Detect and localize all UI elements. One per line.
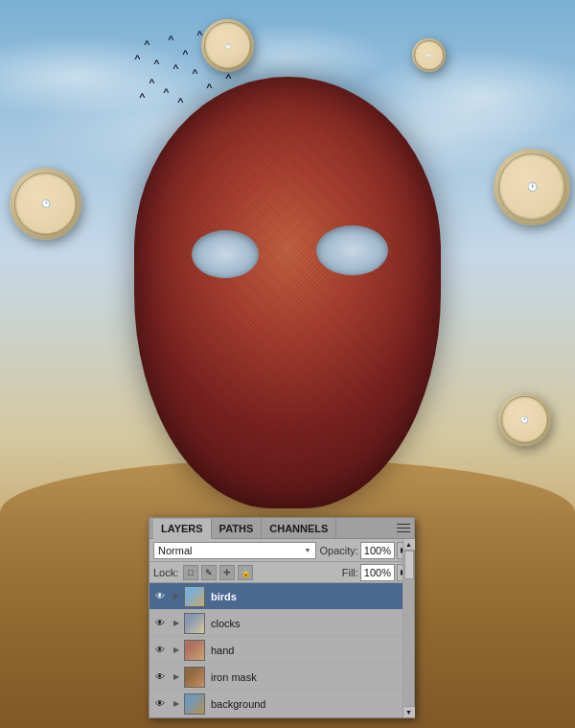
- scroll-track[interactable]: [404, 551, 414, 706]
- visibility-hand[interactable]: 👁: [151, 642, 169, 659]
- opacity-value[interactable]: 100%: [360, 542, 395, 559]
- layer-name-ironmask: iron mask: [207, 671, 412, 683]
- bird: ∧: [191, 67, 199, 76]
- expand-birds[interactable]: ▶: [171, 588, 182, 605]
- lock-label: Lock:: [153, 567, 178, 578]
- clock-face: 🕐: [416, 42, 443, 69]
- tab-layers[interactable]: LAYERS: [153, 519, 212, 539]
- layer-row-birds[interactable]: 👁 ▶ birds: [150, 583, 414, 610]
- tab-channels[interactable]: CHANNELS: [262, 518, 336, 538]
- scroll-down-button[interactable]: ▼: [403, 706, 415, 717]
- bird: ∧: [152, 58, 161, 66]
- clock-left: 🕐: [10, 168, 81, 240]
- layer-row-background[interactable]: 👁 ▶ background: [150, 691, 414, 717]
- clock-face: 🕐: [17, 176, 75, 233]
- fill-section: Fill: 100% ▶: [342, 564, 410, 581]
- bird: ∧: [133, 53, 142, 61]
- visibility-birds[interactable]: 👁: [151, 588, 169, 605]
- layer-row-ironmask[interactable]: 👁 ▶ iron mask: [150, 664, 414, 691]
- expand-clocks[interactable]: ▶: [171, 615, 182, 632]
- lock-row: Lock: □ ✎ ✛ 🔒 Fill: 100% ▶: [150, 562, 414, 583]
- eye-left: [192, 230, 259, 278]
- bird: ∧: [167, 34, 175, 42]
- clock-face: 🕐: [207, 25, 249, 67]
- blend-mode-row: Normal Opacity: 100% ▶: [150, 539, 414, 562]
- scroll-up-button[interactable]: ▲: [403, 539, 415, 551]
- expand-hand[interactable]: ▶: [171, 642, 182, 659]
- bird: ∧: [181, 48, 190, 57]
- opacity-label: Opacity:: [320, 545, 358, 556]
- clock-top-right-small: 🕐: [412, 38, 446, 72]
- blend-mode-select[interactable]: Normal: [153, 542, 316, 559]
- layer-name-clocks: clocks: [207, 618, 412, 629]
- clock-face: 🕐: [501, 156, 563, 218]
- lock-all-icon[interactable]: 🔒: [238, 565, 253, 580]
- layer-row-clocks[interactable]: 👁 ▶ clocks: [150, 610, 414, 637]
- layer-name-hand: hand: [207, 645, 412, 656]
- layers-scrollbar[interactable]: ▲ ▼: [402, 539, 414, 717]
- eye-right: [316, 225, 388, 275]
- visibility-clocks[interactable]: 👁: [151, 615, 169, 632]
- panel-tabs: LAYERS PATHS CHANNELS: [150, 518, 414, 539]
- lock-move-icon[interactable]: ✛: [219, 565, 235, 580]
- layer-thumb-ironmask: [184, 667, 205, 688]
- clock-right-upper: 🕐: [494, 149, 570, 225]
- panel-menu-icon[interactable]: [397, 523, 410, 534]
- expand-ironmask[interactable]: ▶: [171, 669, 182, 686]
- layers-panel: LAYERS PATHS CHANNELS Normal Opacity: 10…: [149, 517, 415, 718]
- bird: ∧: [143, 38, 151, 47]
- bird: ∧: [172, 62, 180, 71]
- visibility-background[interactable]: 👁: [151, 695, 169, 713]
- lock-transparency-icon[interactable]: □: [183, 565, 198, 580]
- layer-thumb-background: [184, 693, 205, 715]
- clock-right-lower: 🕐: [498, 393, 551, 446]
- expand-background[interactable]: ▶: [171, 695, 182, 713]
- face-mask: [134, 77, 441, 508]
- fill-value[interactable]: 100%: [360, 564, 395, 581]
- tab-paths[interactable]: PATHS: [212, 518, 263, 538]
- layer-name-background: background: [207, 698, 412, 710]
- layer-name-birds: birds: [207, 591, 412, 602]
- lock-paint-icon[interactable]: ✎: [201, 565, 217, 580]
- layer-thumb-hand: [184, 640, 205, 661]
- visibility-ironmask[interactable]: 👁: [151, 669, 169, 686]
- layer-row-hand[interactable]: 👁 ▶ hand: [150, 637, 414, 664]
- layer-thumb-birds: [184, 586, 205, 607]
- scroll-thumb[interactable]: [404, 551, 414, 579]
- fill-label: Fill:: [342, 567, 358, 578]
- opacity-section: Opacity: 100% ▶: [320, 542, 411, 559]
- clock-top-center: 🕐: [201, 19, 254, 72]
- clock-face: 🕐: [504, 399, 546, 441]
- layer-thumb-clocks: [184, 613, 205, 634]
